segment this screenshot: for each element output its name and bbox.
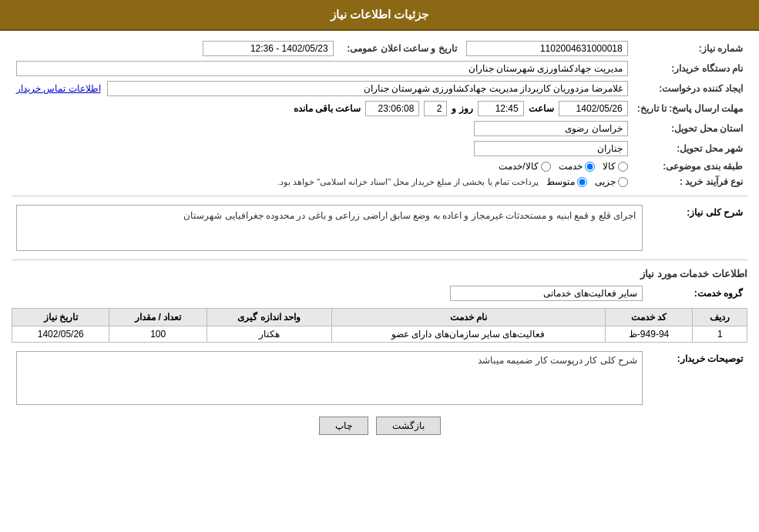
cell-kod: 949-94-ظ bbox=[605, 326, 693, 343]
services-table: ردیف کد خدمت نام خدمت واحد اندازه گیری ت… bbox=[12, 308, 747, 343]
col-tarikh: تاریخ نیاز bbox=[12, 309, 109, 326]
col-tedad: تعداد / مقدار bbox=[109, 309, 207, 326]
khadamat-section-title: اطلاعات خدمات مورد نیاز bbox=[12, 268, 747, 279]
kala-khadamat-label: کالا/خدمت bbox=[499, 161, 538, 172]
ijad-konande-label: ایجاد کننده درخواست: bbox=[633, 79, 747, 99]
nam-dastgah-value: مدیریت جهادکشاورزی شهرستان جناران bbox=[16, 61, 628, 76]
shahr-value: جناران bbox=[474, 141, 628, 156]
radio-matawaset[interactable]: متوسط bbox=[546, 176, 587, 187]
radio-kala-khadamat[interactable]: کالا/خدمت bbox=[499, 161, 550, 172]
cell-tedad: 100 bbox=[109, 326, 207, 343]
mohlat-baqi-value: 23:06:08 bbox=[365, 101, 419, 116]
radio-jozvi[interactable]: جزیی bbox=[595, 176, 628, 187]
kala-label: کالا bbox=[603, 161, 616, 172]
tawzihat-label: توصیحات خریدار: bbox=[647, 349, 747, 407]
nam-dastgah-label: نام دستگاه خریدار: bbox=[633, 59, 747, 79]
col-radif: ردیف bbox=[693, 309, 747, 326]
page-header: جزئیات اطلاعات نیاز bbox=[0, 0, 759, 31]
ijad-konande-value: غلامرضا مزدوریان کاربرداز مدیریت جهادکشا… bbox=[107, 81, 628, 96]
cell-vahed: هکتار bbox=[207, 326, 331, 343]
divider2 bbox=[12, 259, 747, 260]
mohlat-label: مهلت ارسال پاسخ: تا تاریخ: bbox=[633, 99, 747, 119]
shahr-label: شهر محل تحویل: bbox=[633, 139, 747, 159]
page-title: جزئیات اطلاعات نیاز bbox=[331, 8, 428, 21]
print-button[interactable]: چاپ bbox=[319, 417, 368, 435]
tarikh-value: 1402/05/23 - 12:36 bbox=[203, 41, 334, 56]
mohlat-date: 1402/05/26 bbox=[559, 101, 628, 116]
mohlat-saat-value: 12:45 bbox=[478, 101, 524, 116]
radio-khadamat[interactable]: خدمت bbox=[559, 161, 595, 172]
mohlat-rooz-label: روز و bbox=[452, 103, 472, 114]
tarikh-label: تاریخ و ساعت اعلان عمومی: bbox=[338, 38, 462, 59]
cell-radif: 1 bbox=[693, 326, 747, 343]
radio-kala[interactable]: کالا bbox=[603, 161, 628, 172]
tabaqe-label: طبقه بندی موضوعی: bbox=[633, 159, 747, 174]
shomara-niaz-label: شماره نیاز: bbox=[633, 38, 747, 59]
back-button[interactable]: بازگشت bbox=[376, 417, 441, 435]
cell-nam: فعالیت‌های سایر سازمان‌های دارای عضو bbox=[331, 326, 605, 343]
jozvi-label: جزیی bbox=[595, 176, 616, 187]
khadamat-label: خدمت bbox=[559, 161, 583, 172]
col-kod: کد خدمت bbox=[605, 309, 693, 326]
nooe-note: پرداخت تمام یا بخشی از مبلغ خریداز محل "… bbox=[277, 177, 539, 187]
mohlat-rooz-value: 2 bbox=[424, 101, 447, 116]
tawzihat-box: شرح کلی کار درپوست کار ضمیمه میباشد bbox=[16, 351, 643, 405]
ejad-link[interactable]: اطلاعات تماس خریدار bbox=[16, 83, 101, 94]
col-nam: نام خدمت bbox=[331, 309, 605, 326]
ostan-value: خراسان رضوی bbox=[474, 121, 628, 136]
shomara-niaz-value: 1102004631000018 bbox=[466, 41, 628, 56]
matawaset-label: متوسط bbox=[546, 176, 575, 187]
cell-tarikh: 1402/05/26 bbox=[12, 326, 109, 343]
mohlat-saat-label: ساعت bbox=[529, 103, 554, 114]
nooe-farayand-label: نوع فرآیند خرید : bbox=[633, 174, 747, 189]
gorooh-value: سایر فعالیت‌های خدماتی bbox=[450, 286, 643, 301]
mohlat-baqi-label: ساعت باقی مانده bbox=[294, 103, 361, 114]
divider1 bbox=[12, 196, 747, 196]
sharh-koli-label: شرح کلی نیاز: bbox=[647, 202, 747, 253]
sharh-koli-value: اجرای قلع و قمع ابنیه و مستحدثات غیرمجاز… bbox=[16, 205, 643, 251]
col-vahed: واحد اندازه گیری bbox=[207, 309, 331, 326]
ostan-label: استان محل تحویل: bbox=[633, 119, 747, 139]
gorooh-label: گروه خدمت: bbox=[647, 283, 747, 303]
table-row: 1 949-94-ظ فعالیت‌های سایر سازمان‌های دا… bbox=[12, 326, 747, 343]
button-row: بازگشت چاپ bbox=[12, 417, 747, 435]
tawzihat-placeholder: شرح کلی کار درپوست کار ضمیمه میباشد bbox=[478, 355, 637, 366]
